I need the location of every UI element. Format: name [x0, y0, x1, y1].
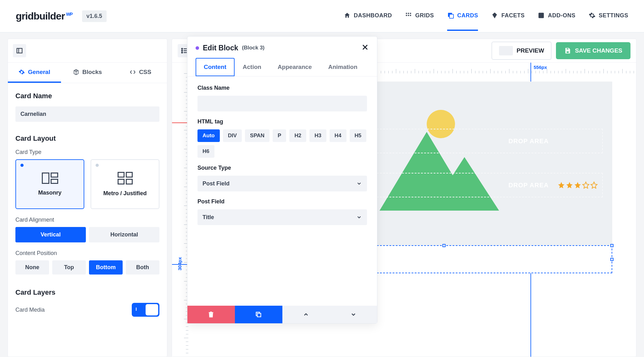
post-field-select[interactable]: Title — [197, 209, 367, 225]
popup-tab-appearance[interactable]: Appearance — [269, 58, 320, 76]
card-media-toggle[interactable]: I — [132, 303, 159, 317]
tag-auto[interactable]: Auto — [197, 129, 220, 142]
chevron-down-icon — [356, 181, 362, 186]
panel-icon — [16, 47, 23, 54]
cube-icon — [73, 69, 79, 75]
card-type-metro[interactable]: Metro / Justified — [91, 159, 159, 209]
position-bottom[interactable]: Bottom — [89, 260, 123, 275]
tag-p[interactable]: P — [273, 129, 286, 142]
ruler-marker — [172, 122, 188, 123]
card-type-label: Card Type — [15, 149, 159, 156]
prev-block-button[interactable] — [282, 306, 330, 323]
svg-rect-7 — [449, 14, 453, 18]
nav-grids-label: GRIDS — [415, 12, 434, 19]
panel-collapse-button[interactable] — [13, 44, 26, 57]
tag-h5[interactable]: H5 — [350, 129, 367, 142]
app-header: gridbuilder WP v1.6.5 DASHBOARD GRIDS CA… — [0, 0, 644, 32]
logo: gridbuilder WP — [16, 10, 73, 22]
delete-block-button[interactable] — [187, 306, 235, 323]
class-name-label: Class Name — [197, 85, 367, 91]
close-icon — [361, 43, 369, 51]
tab-blocks-label: Blocks — [82, 69, 102, 76]
tag-span[interactable]: SPAN — [245, 129, 269, 142]
position-both[interactable]: Both — [126, 260, 159, 275]
card-layers-heading: Card Layers — [15, 288, 159, 297]
tag-h3[interactable]: H3 — [309, 129, 326, 142]
svg-rect-9 — [17, 48, 22, 53]
next-block-button[interactable] — [330, 306, 377, 323]
chevron-down-icon — [350, 311, 357, 318]
class-name-input[interactable] — [197, 96, 367, 111]
svg-rect-1 — [408, 13, 409, 14]
nav-grids[interactable]: GRIDS — [405, 1, 434, 31]
tag-h6[interactable]: H6 — [197, 145, 214, 158]
html-tag-label: HTML tag — [197, 118, 367, 125]
svg-point-12 — [182, 50, 183, 51]
metro-label: Metro / Justified — [103, 190, 147, 197]
alignment-vertical[interactable]: Vertical — [15, 227, 86, 242]
post-field-value: Title — [203, 214, 214, 221]
masonry-label: Masonry — [38, 190, 61, 196]
content-position-label: Content Position — [15, 250, 159, 257]
source-type-label: Source Type — [197, 165, 367, 171]
ruler-vertical — [172, 73, 188, 357]
gear-icon — [589, 12, 596, 19]
position-top[interactable]: Top — [52, 260, 86, 275]
popup-tab-animation[interactable]: Animation — [320, 58, 366, 76]
nav-settings[interactable]: SETTINGS — [589, 1, 628, 31]
save-changes-button[interactable]: SAVE CHANGES — [556, 42, 630, 59]
save-icon — [564, 47, 571, 54]
popup-subtitle: (Block 3) — [242, 45, 264, 51]
preview-label: PREVIEW — [517, 47, 544, 54]
tag-div[interactable]: DIV — [223, 129, 242, 142]
card-alignment-label: Card Alignment — [15, 217, 159, 223]
popup-tab-content[interactable]: Content — [196, 58, 235, 76]
svg-point-11 — [182, 48, 183, 49]
nav-addons[interactable]: ADD-ONS — [538, 1, 575, 31]
svg-rect-2 — [410, 13, 411, 14]
tab-general[interactable]: General — [8, 63, 61, 83]
card-name-heading: Card Name — [15, 92, 159, 100]
home-icon — [344, 12, 351, 19]
svg-rect-8 — [539, 13, 544, 18]
preview-button[interactable]: PREVIEW — [491, 42, 552, 60]
nav-dashboard-label: DASHBOARD — [354, 12, 392, 19]
tab-css-label: CSS — [139, 69, 151, 76]
post-field-label: Post Field — [197, 198, 367, 205]
nav-dashboard[interactable]: DASHBOARD — [344, 1, 392, 31]
tab-css[interactable]: CSS — [114, 63, 167, 83]
copy-icon — [255, 311, 262, 318]
diamond-icon — [491, 12, 498, 19]
gear-icon — [19, 69, 25, 75]
source-type-select[interactable]: Post Field — [197, 176, 367, 191]
nav-facets[interactable]: FACETS — [491, 1, 525, 31]
tag-h2[interactable]: H2 — [289, 129, 306, 142]
nav-addons-label: ADD-ONS — [548, 12, 575, 19]
logo-sup: WP — [66, 12, 73, 17]
svg-rect-3 — [406, 15, 407, 16]
duplicate-block-button[interactable] — [235, 306, 282, 323]
popup-tab-action[interactable]: Action — [235, 58, 269, 76]
nav-cards[interactable]: CARDS — [447, 1, 478, 31]
svg-rect-4 — [408, 15, 409, 16]
nav-facets-label: FACETS — [501, 12, 525, 19]
close-button[interactable] — [361, 43, 369, 52]
card-media-label: Card Media — [15, 307, 45, 313]
card-type-masonry[interactable]: Masonry — [15, 159, 84, 209]
svg-rect-22 — [210, 313, 213, 317]
tab-general-label: General — [28, 69, 50, 76]
tag-h4[interactable]: H4 — [330, 129, 347, 142]
plugin-icon — [538, 12, 545, 19]
alignment-horizontal[interactable]: Horizontal — [89, 227, 159, 242]
block-color-dot — [196, 46, 199, 50]
source-type-value: Post Field — [203, 180, 230, 187]
main-nav: DASHBOARD GRIDS CARDS FACETS ADD-ONS SET… — [344, 1, 628, 31]
code-icon — [130, 69, 136, 75]
tab-blocks[interactable]: Blocks — [61, 63, 114, 83]
chevron-up-icon — [303, 311, 309, 318]
guide-bottom-label: 304px — [177, 257, 182, 270]
position-none[interactable]: None — [15, 260, 49, 275]
svg-point-13 — [182, 52, 183, 53]
card-name-input[interactable] — [15, 106, 159, 122]
svg-rect-23 — [257, 313, 261, 317]
